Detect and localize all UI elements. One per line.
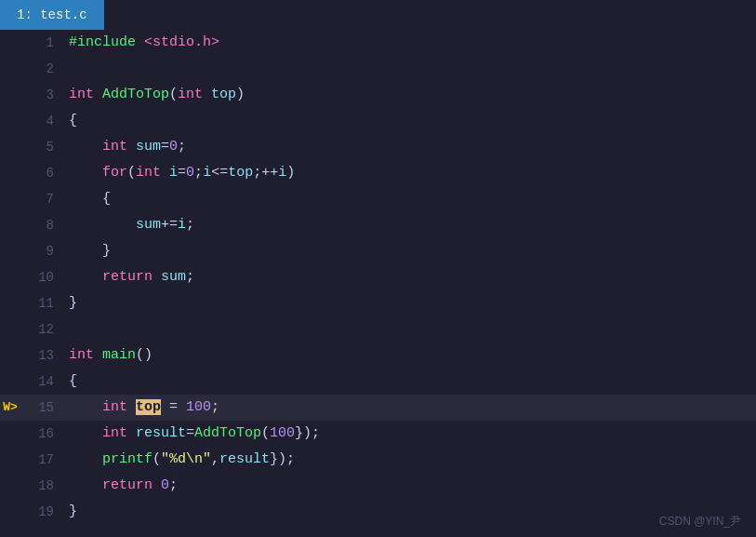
code-line: 7 {: [0, 186, 756, 212]
line-content: int top = 100;: [65, 395, 756, 421]
code-line: 16 int result=AddToTop(100});: [0, 421, 756, 447]
code-line: 11}: [0, 290, 756, 316]
line-content: {: [65, 108, 756, 134]
line-number: 19: [20, 499, 65, 525]
line-content: return 0;: [65, 473, 756, 499]
line-content: sum+=i;: [65, 212, 756, 238]
code-line: 10 return sum;: [0, 264, 756, 290]
code-line: 6 for(int i=0;i<=top;++i): [0, 160, 756, 186]
line-number: 11: [20, 290, 65, 316]
code-line: 17 printf("%d\n",result});: [0, 447, 756, 473]
line-number: 15: [20, 395, 65, 421]
line-number: 17: [20, 447, 65, 473]
code-line: 4{: [0, 108, 756, 134]
code-line: 18 return 0;: [0, 473, 756, 499]
line-content: int sum=0;: [65, 134, 756, 160]
line-content: printf("%d\n",result});: [65, 447, 756, 473]
line-content: return sum;: [65, 264, 756, 290]
line-number: 1: [20, 30, 65, 56]
line-number: 10: [20, 264, 65, 290]
line-number: 13: [20, 342, 65, 369]
line-number: 6: [20, 160, 65, 186]
code-line: 19}: [0, 499, 756, 525]
line-number: 3: [20, 82, 65, 108]
line-number: 16: [20, 421, 65, 447]
code-area: 1#include <stdio.h>23int AddToTop(int to…: [0, 30, 756, 537]
active-tab[interactable]: 1: test.c: [0, 0, 104, 30]
code-line: 9 }: [0, 238, 756, 264]
line-content: {: [65, 186, 756, 212]
code-line: 8 sum+=i;: [0, 212, 756, 238]
line-number: 18: [20, 473, 65, 499]
line-number: 12: [20, 316, 65, 342]
editor-container: 1: test.c 1#include <stdio.h>23int AddTo…: [0, 0, 756, 537]
line-content: #include <stdio.h>: [65, 30, 756, 56]
code-line: 13int main(): [0, 342, 756, 369]
line-content: }: [65, 290, 756, 316]
code-line: 12: [0, 316, 756, 342]
line-content: for(int i=0;i<=top;++i): [65, 160, 756, 186]
code-line: 2: [0, 56, 756, 82]
watermark: CSDN @YIN_尹: [659, 514, 741, 530]
line-number: 9: [20, 238, 65, 264]
line-number: 7: [20, 186, 65, 212]
line-content: {: [65, 369, 756, 395]
code-line: 14{: [0, 369, 756, 395]
code-line: 5 int sum=0;: [0, 134, 756, 160]
line-content: }: [65, 499, 756, 525]
line-number: 2: [20, 56, 65, 82]
line-number: 8: [20, 212, 65, 238]
line-number: 14: [20, 369, 65, 395]
code-line: W>15 int top = 100;: [0, 395, 756, 421]
code-line: 3int AddToTop(int top): [0, 82, 756, 108]
tab-bar: 1: test.c: [0, 0, 756, 30]
line-number: 5: [20, 134, 65, 160]
code-line: 1#include <stdio.h>: [0, 30, 756, 56]
line-content: int main(): [65, 342, 756, 369]
line-content: int result=AddToTop(100});: [65, 421, 756, 447]
line-marker: W>: [0, 395, 20, 421]
line-content: int AddToTop(int top): [65, 82, 756, 108]
line-content: }: [65, 238, 756, 264]
line-number: 4: [20, 108, 65, 134]
